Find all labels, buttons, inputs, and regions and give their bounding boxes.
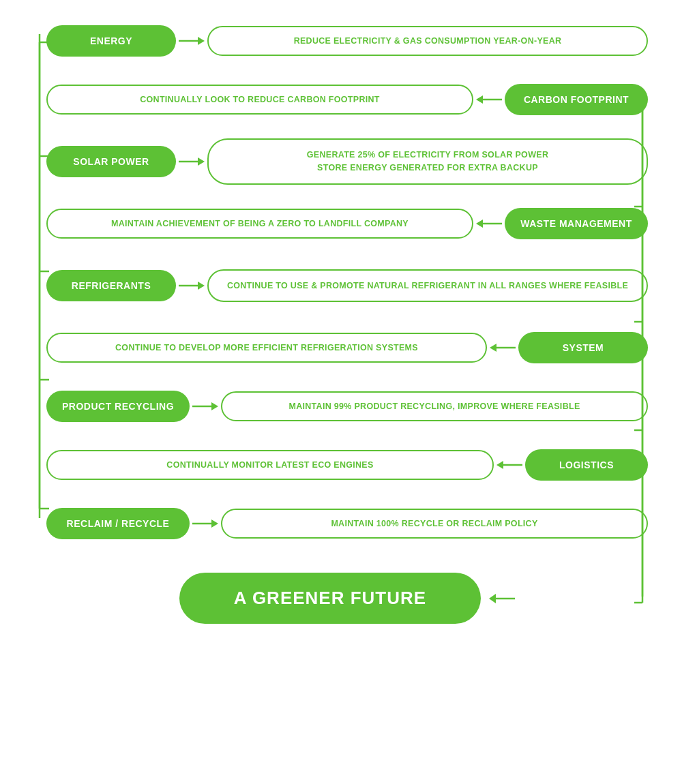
row-logistics: CONTINUALLY MONITOR LATEST ECO ENGINES L… [46, 440, 648, 489]
solar-white-box: GENERATE 25% OF ELECTRICITY FROM SOLAR P… [207, 138, 648, 185]
row-system: CONTINUE TO DEVELOP MORE EFFICIENT REFRI… [46, 323, 648, 372]
refrigerants-pill: REFRIGERANTS [46, 270, 176, 301]
svg-marker-9 [198, 282, 205, 290]
svg-marker-13 [211, 402, 218, 410]
svg-marker-5 [198, 157, 205, 166]
row-solar-power: SOLAR POWER GENERATE 25% OF ELECTRICITY … [46, 134, 648, 190]
svg-marker-1 [198, 37, 205, 45]
row-product-recycling: PRODUCT RECYCLING MAINTAIN 99% PRODUCT R… [46, 382, 648, 431]
arrow-right-refrigerants [179, 279, 205, 292]
svg-marker-7 [476, 220, 483, 228]
reclaim-pill: RECLAIM / RECYCLE [46, 508, 190, 539]
row-energy: ENERGY REDUCE ELECTRICITY & GAS CONSUMPT… [46, 16, 648, 65]
system-pill: SYSTEM [518, 332, 648, 363]
arrow-left-logistics [496, 458, 522, 472]
arrow-right-reclaim [192, 517, 218, 530]
svg-marker-17 [211, 519, 218, 528]
product-recycling-pill: PRODUCT RECYCLING [46, 391, 190, 422]
reclaim-white-box: MAINTAIN 100% RECYCLE OR RECLAIM POLICY [221, 509, 648, 539]
svg-marker-11 [490, 344, 496, 352]
waste-management-pill: WASTE MANAGEMENT [505, 208, 648, 239]
row-carbon-footprint: CONTINUALLY LOOK TO REDUCE CARBON FOOTPR… [46, 75, 648, 124]
refrigerants-white-box: CONTINUE TO USE & PROMOTE NATURAL REFRIG… [207, 269, 648, 303]
arrow-left-system [490, 341, 516, 355]
carbon-footprint-pill: CARBON FOOTPRINT [505, 84, 648, 115]
arrow-right-energy [179, 34, 205, 48]
svg-marker-19 [489, 594, 496, 603]
logistics-pill: LOGISTICS [525, 449, 648, 481]
energy-pill: ENERGY [46, 25, 176, 57]
row-reclaim-recycle: RECLAIM / RECYCLE MAINTAIN 100% RECYCLE … [46, 499, 648, 548]
arrow-right-solar [179, 155, 205, 168]
svg-marker-15 [496, 461, 503, 469]
energy-white-box: REDUCE ELECTRICITY & GAS CONSUMPTION YEA… [207, 26, 648, 56]
logistics-white-box: CONTINUALLY MONITOR LATEST ECO ENGINES [46, 450, 494, 480]
row-waste-management: MAINTAIN ACHIEVEMENT OF BEING A ZERO TO … [46, 199, 648, 248]
system-white-box: CONTINUE TO DEVELOP MORE EFFICIENT REFRI… [46, 333, 487, 363]
carbon-white-box: CONTINUALLY LOOK TO REDUCE CARBON FOOTPR… [46, 85, 473, 115]
arrow-left-bottom [489, 590, 515, 607]
solar-pill: SOLAR POWER [46, 146, 176, 177]
arrow-left-waste [476, 217, 502, 230]
waste-white-box: MAINTAIN ACHIEVEMENT OF BEING A ZERO TO … [46, 209, 473, 239]
row-refrigerants: REFRIGERANTS CONTINUE TO USE & PROMOTE N… [46, 258, 648, 314]
bottom-row: A GREENER FUTURE [46, 573, 648, 624]
arrow-right-product [192, 399, 218, 413]
greener-future-pill: A GREENER FUTURE [179, 573, 481, 624]
svg-marker-3 [476, 95, 483, 104]
product-recycling-white-box: MAINTAIN 99% PRODUCT RECYCLING, IMPROVE … [221, 391, 648, 421]
arrow-left-carbon [476, 93, 502, 106]
